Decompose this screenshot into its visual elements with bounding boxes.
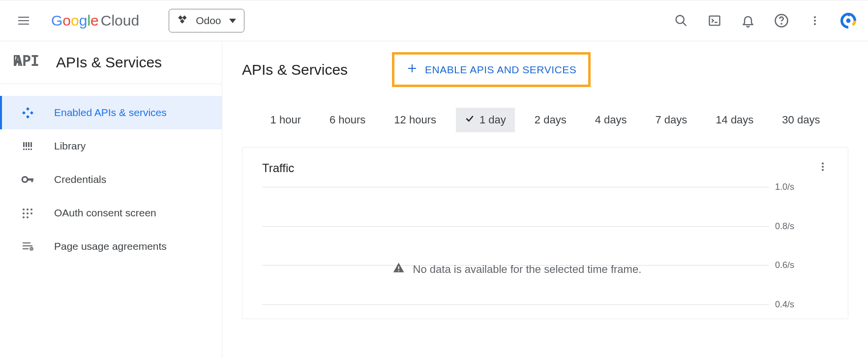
project-selector[interactable]: Odoo (169, 9, 244, 32)
svg-point-39 (30, 209, 32, 210)
time-filter-2-days[interactable]: 2 days (526, 108, 575, 132)
section-title: APIs & Services (56, 54, 162, 71)
plus-icon (406, 62, 418, 77)
library-icon (21, 139, 34, 153)
sidebar-item-enabled-apis[interactable]: Enabled APIs & services (0, 96, 222, 129)
search-icon (674, 14, 688, 28)
agreements-icon (21, 239, 34, 253)
svg-rect-0 (178, 15, 182, 20)
account-button[interactable] (840, 13, 856, 29)
card-title: Traffic (262, 161, 294, 175)
warning-icon (392, 262, 405, 277)
hexagon-icon (177, 14, 188, 27)
time-filter-12-hours[interactable]: 12 hours (385, 108, 445, 132)
svg-rect-46 (23, 245, 32, 246)
svg-rect-24 (30, 111, 33, 115)
hamburger-icon (18, 17, 29, 25)
svg-point-51 (822, 163, 824, 165)
svg-rect-25 (26, 115, 30, 119)
svg-rect-32 (28, 149, 30, 150)
card-header: Traffic (262, 161, 828, 175)
enable-button-label: ENABLE APIS AND SERVICES (425, 64, 576, 76)
chevron-down-icon (229, 19, 236, 23)
kebab-icon (817, 161, 828, 172)
svg-rect-33 (30, 149, 32, 150)
svg-line-4 (683, 23, 687, 26)
svg-rect-23 (22, 111, 26, 115)
time-filter-4-days[interactable]: 4 days (586, 108, 636, 132)
hamburger-menu-button[interactable] (12, 9, 35, 32)
svg-point-40 (23, 212, 25, 214)
more-options-button[interactable] (807, 13, 823, 29)
svg-text:API: API (14, 52, 39, 69)
sidebar: API APIs & Services Enabled APIs & servi… (0, 41, 222, 358)
svg-rect-1 (182, 15, 187, 20)
api-logo-icon: API (14, 52, 41, 73)
svg-rect-30 (23, 149, 25, 150)
main-header: APIs & Services ENABLE APIS AND SERVICES (222, 41, 868, 98)
top-header: Google Cloud Odoo (0, 0, 868, 41)
sidebar-item-library[interactable]: Library (0, 129, 222, 163)
svg-point-41 (27, 212, 29, 214)
svg-rect-29 (30, 142, 32, 147)
sidebar-item-oauth[interactable]: OAuth consent screen (0, 196, 222, 230)
time-filter-7-days[interactable]: 7 days (646, 108, 696, 132)
help-button[interactable] (774, 13, 789, 29)
consent-icon (21, 206, 34, 220)
terminal-icon (708, 14, 721, 28)
svg-point-3 (676, 16, 684, 24)
project-name: Odoo (196, 15, 221, 27)
svg-point-52 (822, 166, 824, 168)
kebab-icon (809, 15, 821, 27)
page-title: APIs & Services (242, 61, 348, 78)
svg-point-37 (23, 209, 25, 210)
bell-icon (741, 14, 755, 28)
sidebar-item-agreements[interactable]: Page usage agreements (0, 230, 222, 263)
y-tick: 0.4/s (769, 299, 799, 310)
svg-point-53 (822, 169, 824, 171)
time-range-filter: 1 hour 6 hours 12 hours 1 day 2 days 4 d… (222, 98, 868, 147)
cloud-label: Cloud (101, 12, 139, 29)
notifications-button[interactable] (740, 13, 756, 29)
svg-rect-27 (26, 142, 27, 147)
time-filter-6-hours[interactable]: 6 hours (321, 108, 374, 132)
nav-item-label: OAuth consent screen (54, 207, 156, 219)
cloud-shell-button[interactable] (707, 13, 722, 29)
time-filter-14-days[interactable]: 14 days (707, 108, 762, 132)
svg-rect-47 (23, 248, 29, 249)
svg-point-34 (22, 177, 28, 182)
svg-rect-22 (26, 107, 30, 111)
nav-item-label: Enabled APIs & services (54, 107, 167, 119)
nav: Enabled APIs & services Library (0, 84, 222, 263)
svg-point-43 (23, 216, 25, 218)
y-tick: 1.0/s (769, 182, 799, 192)
svg-rect-26 (23, 142, 25, 147)
svg-rect-55 (398, 270, 399, 271)
time-filter-30-days[interactable]: 30 days (773, 108, 829, 132)
nav-item-label: Library (54, 140, 86, 152)
account-avatar-icon (840, 12, 856, 29)
no-data-message: No data is available for the selected ti… (392, 262, 642, 277)
svg-point-8 (781, 24, 781, 24)
time-filter-1-day[interactable]: 1 day (456, 108, 515, 132)
svg-point-42 (30, 212, 32, 214)
content: API APIs & Services Enabled APIs & servi… (0, 41, 868, 358)
svg-point-14 (846, 19, 851, 23)
help-icon (774, 13, 789, 28)
svg-rect-5 (710, 16, 720, 26)
sidebar-item-credentials[interactable]: Credentials (0, 163, 222, 196)
chart-gridlines: 1.0/s 0.8/s 0.6/s 0.4/s (262, 187, 799, 305)
svg-point-9 (814, 16, 816, 18)
svg-rect-2 (180, 19, 184, 24)
card-menu-button[interactable] (817, 161, 828, 175)
header-actions (673, 13, 856, 29)
search-button[interactable] (673, 13, 689, 29)
enable-apis-button[interactable]: ENABLE APIS AND SERVICES (392, 52, 591, 87)
section-header: API APIs & Services (0, 41, 222, 84)
svg-point-11 (814, 23, 816, 25)
no-data-text: No data is available for the selected ti… (413, 263, 642, 276)
nav-item-label: Credentials (54, 174, 106, 185)
google-cloud-logo[interactable]: Google Cloud (51, 12, 139, 29)
y-tick: 0.8/s (769, 221, 799, 232)
time-filter-1-hour[interactable]: 1 hour (262, 108, 310, 132)
